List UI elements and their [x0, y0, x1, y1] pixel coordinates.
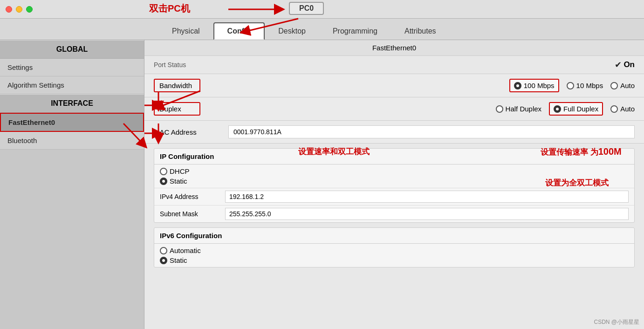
ipv6-automatic-option[interactable]: Automatic — [160, 247, 629, 254]
ipv6-static-label: Static — [170, 256, 187, 264]
duplex-auto-option[interactable]: Auto — [610, 105, 635, 113]
ipv6-automatic-radio[interactable] — [160, 247, 167, 254]
duplex-auto-label: Auto — [620, 105, 635, 113]
sidebar-item-settings[interactable]: Settings — [0, 59, 144, 76]
subnet-label: Subnet Mask — [160, 210, 225, 218]
ipv6-static-radio[interactable] — [160, 257, 167, 264]
half-duplex-radio[interactable] — [496, 105, 503, 113]
dhcp-option[interactable]: DHCP — [160, 167, 629, 175]
tab-programming[interactable]: Programming — [319, 23, 391, 40]
full-duplex-group: Full Duplex — [549, 102, 603, 116]
tab-desktop[interactable]: Desktop — [265, 23, 319, 40]
bandwidth-100mbps-option[interactable]: 100 Mbps — [514, 82, 555, 89]
tab-attributes[interactable]: Attributes — [391, 23, 450, 40]
checkbox-icon: ✔ — [615, 60, 622, 70]
mac-address-label: MAC Address — [154, 128, 228, 136]
port-status-label: Port Status — [154, 61, 186, 69]
half-duplex-label: Half Duplex — [506, 105, 542, 113]
sidebar-item-algorithm-settings[interactable]: Algorithm Settings — [0, 76, 144, 94]
title-bar: 双击PC机 PC0 — [0, 0, 644, 19]
port-status-row: Port Status ✔ On — [144, 56, 644, 74]
half-duplex-option[interactable]: Half Duplex — [496, 105, 542, 113]
bandwidth-100mbps-label: 100 Mbps — [524, 82, 555, 89]
tab-config[interactable]: Config — [213, 22, 265, 40]
ipv6-automatic-label: Automatic — [170, 247, 201, 254]
duplex-options: Half Duplex Full Duplex Auto — [496, 102, 635, 116]
bandwidth-auto-label: Auto — [620, 82, 635, 89]
static-radio[interactable] — [160, 178, 167, 185]
dhcp-label: DHCP — [170, 167, 190, 175]
bandwidth-10mbps-label: 10 Mbps — [576, 82, 603, 89]
mac-address-value: 0001.9770.811A — [228, 125, 635, 138]
static-option[interactable]: Static — [160, 177, 629, 185]
duplex-row: Duplex Half Duplex Full Duplex Auto — [144, 97, 644, 121]
maximize-button[interactable] — [26, 6, 33, 13]
bandwidth-auto-radio[interactable] — [610, 82, 618, 89]
duplex-label: Duplex — [154, 102, 200, 116]
dhcp-radio[interactable] — [160, 168, 167, 175]
ipv4-row: IPv4 Address 192.168.1.2 — [154, 188, 634, 205]
ip-radio-group: DHCP Static — [154, 164, 634, 188]
traffic-lights — [6, 6, 33, 13]
ipv4-label: IPv4 Address — [160, 193, 225, 200]
ipv6-config-title: IPv6 Configuration — [154, 228, 634, 244]
full-duplex-radio[interactable] — [554, 105, 561, 113]
bandwidth-100mbps-group: 100 Mbps — [509, 79, 559, 92]
tab-bar: Physical Config Desktop Programming Attr… — [0, 19, 644, 40]
sidebar-item-fastethernet0[interactable]: FastEthernet0 — [0, 113, 144, 132]
sidebar: GLOBAL Settings Algorithm Settings INTER… — [0, 40, 144, 329]
main-content: GLOBAL Settings Algorithm Settings INTER… — [0, 40, 644, 329]
bandwidth-options: 100 Mbps 10 Mbps Auto — [509, 79, 635, 92]
bandwidth-10mbps-radio[interactable] — [567, 82, 574, 89]
full-duplex-option[interactable]: Full Duplex — [554, 105, 598, 113]
minimize-button[interactable] — [16, 6, 22, 13]
duplex-auto-radio[interactable] — [610, 105, 618, 113]
on-checkbox-area[interactable]: ✔ On — [615, 60, 635, 70]
ipv4-value[interactable]: 192.168.1.2 — [225, 191, 629, 203]
right-panel: FastEthernet0 Port Status ✔ On 设置速率和双工模式… — [144, 40, 644, 329]
pc0-label: PC0 — [289, 2, 324, 15]
bandwidth-auto-option[interactable]: Auto — [610, 82, 635, 89]
mac-address-row: MAC Address 0001.9770.811A — [144, 121, 644, 144]
bandwidth-row: Bandwidth 100 Mbps 10 Mbps Auto — [144, 74, 644, 97]
ip-config-title: IP Configuration — [154, 149, 634, 164]
subnet-row: Subnet Mask 255.255.255.0 — [154, 205, 634, 222]
bandwidth-label: Bandwidth — [154, 79, 200, 92]
watermark: CSDN @小雨星星 — [594, 318, 639, 326]
close-button[interactable] — [6, 6, 12, 13]
tab-physical[interactable]: Physical — [158, 23, 213, 40]
ipv6-radio-group: Automatic Static — [154, 244, 634, 267]
static-label: Static — [170, 177, 187, 185]
interface-header: INTERFACE — [0, 94, 144, 113]
subnet-value[interactable]: 255.255.255.0 — [225, 208, 629, 220]
full-duplex-label: Full Duplex — [563, 105, 598, 113]
ip-config-section: IP Configuration DHCP Static IPv4 Addres… — [154, 148, 635, 223]
annotation-double-click: 双击PC机 — [149, 2, 190, 15]
bandwidth-100mbps-radio[interactable] — [514, 82, 521, 89]
sidebar-item-bluetooth[interactable]: Bluetooth — [0, 132, 144, 150]
bandwidth-10mbps-option[interactable]: 10 Mbps — [567, 82, 603, 89]
ipv6-static-option[interactable]: Static — [160, 256, 629, 264]
global-header: GLOBAL — [0, 40, 144, 59]
ipv6-config-section: IPv6 Configuration Automatic Static — [154, 227, 635, 267]
panel-title: FastEthernet0 — [144, 40, 644, 56]
on-label: On — [623, 60, 635, 69]
